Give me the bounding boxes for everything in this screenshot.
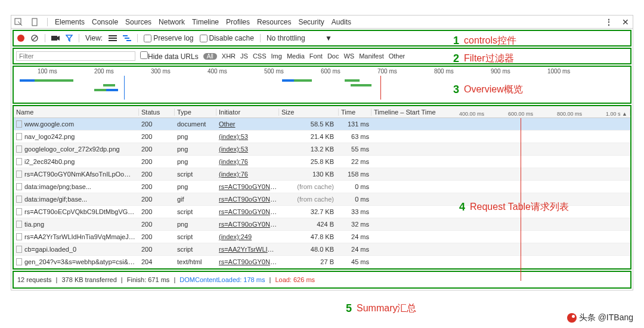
watermark: 头条 @ITBang [567, 312, 633, 323]
summary-transferred: 378 KB transferred [61, 276, 116, 283]
close-icon[interactable]: ✕ [621, 17, 630, 27]
summary-section: 12 requests | 378 KB transferred | Finis… [13, 271, 631, 289]
header-name[interactable]: Name [14, 109, 139, 116]
request-table-section: Name Status Type Initiator Size Time Tim… [13, 105, 631, 270]
device-icon[interactable] [30, 17, 40, 27]
preserve-log-checkbox[interactable]: Preserve log [144, 34, 193, 42]
tab-resources[interactable]: Resources [257, 18, 291, 26]
filter-media[interactable]: Media [287, 52, 305, 60]
initiator-link[interactable]: rs=ACT90oGY0Nm... [219, 208, 279, 215]
header-status[interactable]: Status [139, 109, 175, 116]
tab-timeline[interactable]: Timeline [192, 18, 219, 26]
initiator-link[interactable]: rs=ACT90oGY0Nm... [219, 221, 279, 228]
inspect-icon[interactable] [14, 17, 23, 27]
tab-network[interactable]: Network [159, 18, 185, 26]
table-row[interactable]: tia.png200pngrs=ACT90oGY0Nm...424 B32 ms [14, 218, 630, 231]
filter-js[interactable]: JS [240, 52, 248, 60]
devtools-window: Elements Console Sources Network Timelin… [11, 15, 633, 290]
svg-rect-9 [125, 38, 129, 39]
table-row[interactable]: rs=AA2YrTsrWLIdHnTia9VqMmajeJ95...200scr… [14, 231, 630, 243]
initiator-link[interactable]: rs=AA2YrTsrWLIdH... [219, 246, 279, 253]
camera-icon[interactable] [51, 35, 60, 41]
menubar: Elements Console Sources Network Timelin… [11, 16, 633, 29]
initiator-link[interactable]: (index):53 [219, 146, 248, 153]
table-body: www.google.com200documentOther58.5 KB131… [14, 118, 630, 268]
file-icon [16, 120, 22, 128]
tab-security[interactable]: Security [298, 18, 324, 26]
initiator-link[interactable]: (index):76 [219, 171, 248, 178]
table-row[interactable]: cb=gapi.loaded_0200scriptrs=AA2YrTsrWLId… [14, 243, 630, 256]
filter-bar: Hide data URLs All XHR JS CSS Img Media … [14, 49, 630, 63]
file-icon [16, 133, 22, 140]
header-size[interactable]: Size [279, 109, 339, 116]
initiator-link[interactable]: rs=ACT90oGY0Nm... [219, 183, 279, 190]
disable-cache-checkbox[interactable]: Disable cache [200, 34, 254, 42]
filter-font[interactable]: Font [309, 52, 323, 60]
record-button[interactable] [17, 35, 24, 42]
initiator-link[interactable]: (index):53 [219, 133, 248, 140]
file-icon [16, 221, 22, 228]
overview-section: 100 ms200 ms300 ms400 ms500 ms600 ms700 … [13, 66, 631, 104]
initiator-link[interactable]: Other [219, 120, 236, 128]
table-row[interactable]: googlelogo_color_272x92dp.png200png(inde… [14, 143, 630, 156]
initiator-link[interactable]: (index):249 [219, 233, 252, 240]
annotation-summary: 5Summary汇总 [346, 302, 416, 315]
filter-manifest[interactable]: Manifest [359, 52, 384, 60]
filter-doc[interactable]: Doc [327, 52, 339, 60]
svg-rect-5 [109, 35, 117, 36]
filter-img[interactable]: Img [271, 52, 282, 60]
file-icon [16, 183, 22, 190]
hide-data-urls-checkbox[interactable]: Hide data URLs [140, 51, 199, 61]
more-icon[interactable]: ⋮ [604, 17, 614, 27]
file-icon [16, 208, 22, 215]
tab-profiles[interactable]: Profiles [226, 18, 250, 26]
tab-audits[interactable]: Audits [332, 18, 351, 26]
view-label: View: [85, 34, 103, 42]
tab-elements[interactable]: Elements [55, 18, 85, 26]
large-rows-icon[interactable] [109, 35, 117, 41]
network-toolbar: View: Preserve log Disable cache No thro… [14, 31, 630, 45]
svg-rect-1 [32, 18, 37, 26]
filter-all[interactable]: All [203, 53, 217, 60]
svg-rect-10 [126, 40, 131, 41]
tab-sources[interactable]: Sources [125, 18, 151, 26]
initiator-link[interactable]: rs=ACT90oGY0Nm... [219, 258, 279, 265]
table-row[interactable]: www.google.com200documentOther58.5 KB131… [14, 118, 630, 131]
header-type[interactable]: Type [175, 109, 216, 116]
filter-css[interactable]: CSS [253, 52, 267, 60]
file-icon [16, 146, 22, 153]
header-timeline[interactable]: Timeline – Start Time 400.00 ms 600.00 m… [371, 109, 630, 116]
watermark-logo-icon [567, 313, 577, 323]
waterfall-icon[interactable] [123, 35, 131, 41]
table-row[interactable]: rs=ACT90oGY0NmKAfsoTnILpOoWvB...200scrip… [14, 168, 630, 181]
filter-xhr[interactable]: XHR [222, 52, 236, 60]
initiator-link[interactable]: rs=ACT90oGY0Nm... [219, 196, 279, 203]
svg-rect-6 [109, 38, 117, 39]
svg-rect-4 [51, 36, 57, 41]
annotation-request-table: 4Request Table请求列表 [459, 201, 569, 213]
header-time[interactable]: Time [339, 109, 371, 116]
header-initiator[interactable]: Initiator [216, 109, 279, 116]
filter-input[interactable] [16, 51, 135, 61]
throttling-select[interactable]: No throttling ▼ [267, 34, 332, 42]
table-row[interactable]: nav_logo242.png200png(index):5321.4 KB63… [14, 131, 630, 143]
filter-icon[interactable] [66, 35, 73, 42]
clear-icon[interactable] [30, 34, 39, 42]
table-row[interactable]: gen_204?v=3&s=webhp&atyp=csi&e...204text… [14, 256, 630, 268]
file-icon [16, 233, 22, 240]
file-icon [16, 171, 22, 178]
separator [47, 18, 48, 26]
initiator-link[interactable]: (index):76 [219, 158, 248, 165]
filter-other[interactable]: Other [389, 52, 405, 60]
tab-console[interactable]: Console [92, 18, 118, 26]
summary-requests: 12 requests [17, 276, 51, 283]
table-row[interactable]: data:image/png;base...200pngrs=ACT90oGY0… [14, 181, 630, 193]
overview-timeline[interactable]: 100 ms200 ms300 ms400 ms500 ms600 ms700 … [14, 67, 630, 103]
filter-ws[interactable]: WS [343, 52, 354, 60]
file-icon [16, 158, 22, 165]
table-row[interactable]: i2_2ec824b0.png200png(index):7625.8 KB22… [14, 156, 630, 168]
svg-rect-8 [123, 35, 128, 36]
file-icon [16, 258, 22, 265]
file-icon [16, 196, 22, 203]
annotation-overview: 3Overview概览 [453, 83, 523, 96]
